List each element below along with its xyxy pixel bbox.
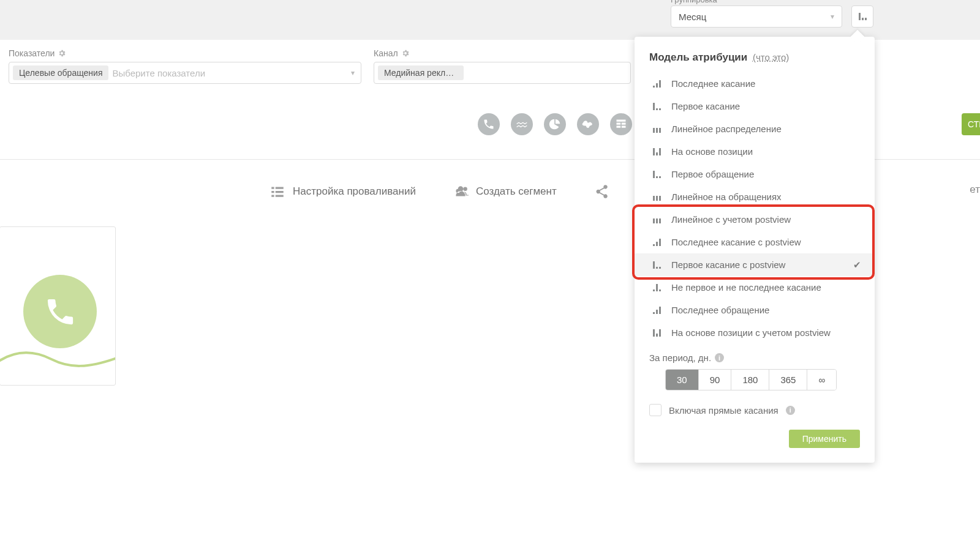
model-option[interactable]: Первое касание с postview✔	[635, 253, 875, 276]
chart-type-waves-icon[interactable]	[511, 113, 533, 135]
model-option[interactable]: Первое обращение	[635, 163, 875, 185]
bars-icon	[653, 329, 663, 337]
bars-icon	[653, 80, 663, 88]
create-segment-button[interactable]: Создать сегмент	[453, 184, 557, 200]
bars-icon	[653, 171, 663, 178]
bars-icon	[653, 193, 663, 201]
include-direct-label: Включая прямые касания	[669, 405, 778, 416]
bars-icon	[653, 148, 663, 155]
popover-title: Модель атрибуции	[649, 51, 747, 63]
attribution-toggle-button[interactable]	[851, 6, 873, 28]
model-label: Не первое и не последнее касание	[671, 282, 821, 293]
include-direct-checkbox[interactable]	[649, 404, 662, 416]
model-option[interactable]: Последнее касание с postview	[635, 231, 875, 253]
model-label: Первое обращение	[671, 169, 754, 179]
model-label: Последнее касание	[671, 78, 755, 89]
clipped-text: ет	[968, 184, 980, 196]
grouping-value: Месяц	[679, 12, 706, 22]
channel-label: Канал	[374, 48, 398, 58]
top-bar: Группировка Месяц ▾	[0, 0, 980, 40]
grouping-label: Группировка	[671, 0, 717, 4]
model-option[interactable]: На основе позиции	[635, 140, 875, 163]
metrics-filter: Показатели Целевые обращения Выберите по…	[9, 48, 361, 84]
period-segment[interactable]: 365	[769, 370, 807, 390]
chart-card	[0, 226, 116, 386]
info-icon[interactable]: i	[786, 406, 795, 415]
chevron-down-icon: ▾	[351, 69, 355, 77]
bars-icon	[653, 216, 663, 223]
period-label: За период, дн.	[649, 353, 711, 363]
users-icon	[453, 184, 469, 200]
model-option[interactable]: Первое касание	[635, 95, 875, 118]
metrics-select[interactable]: Целевые обращения Выберите показатели ▾	[9, 62, 361, 84]
metrics-tag: Целевые обращения	[13, 65, 108, 80]
share-button[interactable]	[594, 184, 609, 200]
period-segment[interactable]: 30	[666, 370, 699, 390]
chart-type-map-icon[interactable]	[577, 113, 599, 135]
period-segment-group: 3090180365∞	[665, 369, 837, 390]
model-option[interactable]: Линейное распределение	[635, 118, 875, 140]
model-option[interactable]: На основе позиции с учетом postview	[635, 321, 875, 344]
model-label: Первое касание	[671, 101, 740, 111]
list-icon	[270, 184, 285, 200]
info-icon[interactable]: i	[715, 353, 724, 362]
drilldown-label: Настройка проваливаний	[293, 185, 416, 198]
attribution-popover: Модель атрибуции (что это) Последнее кас…	[635, 37, 875, 463]
model-option[interactable]: Линейное на обращениях	[635, 185, 875, 208]
grouping-select[interactable]: Месяц ▾	[671, 6, 842, 28]
bars-icon	[653, 125, 663, 133]
metrics-label: Показатели	[9, 48, 55, 58]
chart-type-toolbar	[478, 113, 632, 135]
bars-icon	[653, 284, 663, 291]
chart-type-table-icon[interactable]	[610, 113, 632, 135]
bars-icon	[653, 261, 663, 269]
model-label: На основе позиции с учетом postview	[671, 327, 831, 338]
segment-label: Создать сегмент	[476, 185, 557, 198]
chart-type-phone-icon[interactable]	[478, 113, 500, 135]
bars-icon	[653, 239, 663, 246]
model-option[interactable]: Не первое и не последнее касание	[635, 276, 875, 299]
model-label: Последнее касание с postview	[671, 237, 801, 247]
apply-button[interactable]: Применить	[789, 430, 860, 448]
gear-icon[interactable]	[401, 49, 410, 58]
period-segment[interactable]: 180	[731, 370, 769, 390]
chevron-down-icon: ▾	[831, 12, 834, 21]
model-label: Первое касание с postview	[671, 259, 785, 270]
check-icon: ✔	[853, 259, 861, 271]
model-label: На основе позиции	[671, 146, 753, 157]
model-option[interactable]: Последнее обращение	[635, 299, 875, 321]
share-icon	[594, 184, 609, 200]
model-label: Линейное на обращениях	[671, 192, 782, 202]
wave-line	[0, 344, 116, 368]
period-segment[interactable]: ∞	[807, 370, 836, 390]
model-list: Последнее касаниеПервое касаниеЛинейное …	[635, 72, 875, 344]
model-option[interactable]: Последнее касание	[635, 72, 875, 95]
bars-icon	[653, 307, 663, 314]
channel-select[interactable]: Медийная рекла…	[374, 62, 631, 84]
bars-icon	[653, 103, 663, 110]
chart-type-pie-icon[interactable]	[544, 113, 566, 135]
model-label: Линейное с учетом postview	[671, 214, 791, 225]
model-label: Линейное распределение	[671, 124, 782, 134]
drilldown-button[interactable]: Настройка проваливаний	[270, 184, 416, 200]
period-segment[interactable]: 90	[699, 370, 732, 390]
gear-icon[interactable]	[58, 49, 66, 58]
build-button[interactable]: СТРО	[962, 113, 980, 135]
call-circle-icon	[23, 275, 97, 348]
model-label: Последнее обращение	[671, 305, 769, 315]
what-is-this-link[interactable]: (что это)	[753, 52, 789, 62]
metrics-placeholder: Выберите показатели	[112, 68, 205, 78]
model-option[interactable]: Линейное с учетом postview	[635, 208, 875, 231]
channel-tag: Медийная рекла…	[378, 65, 464, 80]
